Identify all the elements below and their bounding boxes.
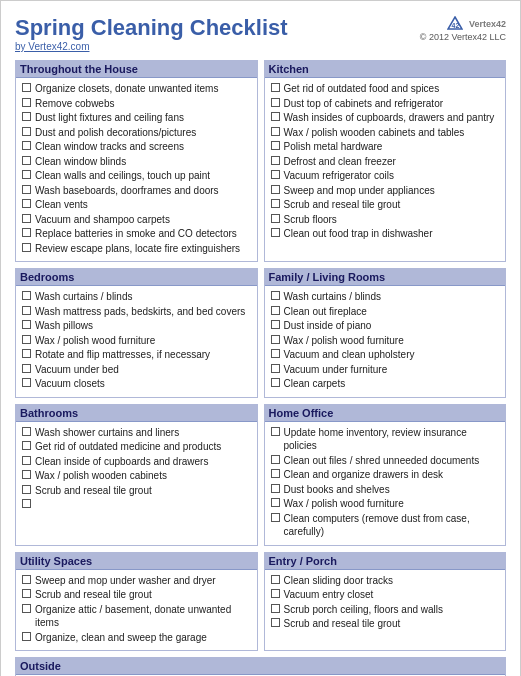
checkbox[interactable] <box>271 320 280 329</box>
checkbox[interactable] <box>22 199 31 208</box>
checkbox[interactable] <box>271 513 280 522</box>
list-item-label: Wax / polish wood furniture <box>284 497 404 511</box>
checkbox[interactable] <box>22 170 31 179</box>
list-item-label: Clean walls and ceilings, touch up paint <box>35 169 210 183</box>
checkbox[interactable] <box>271 170 280 179</box>
checkbox[interactable] <box>271 604 280 613</box>
list-item: Dust inside of piano <box>271 319 500 333</box>
header-right: 42 Vertex42 © 2012 Vertex42 LLC <box>420 15 506 42</box>
list-item-label: Scrub and reseal tile grout <box>35 588 152 602</box>
list-item: Sweep and mop under appliances <box>271 184 500 198</box>
list-item-label: Clean window tracks and screens <box>35 140 184 154</box>
list-item-label: Clean inside of cupboards and drawers <box>35 455 208 469</box>
section-family: Family / Living Rooms Wash curtains / bl… <box>264 268 507 398</box>
checkbox[interactable] <box>271 185 280 194</box>
checkbox[interactable] <box>22 185 31 194</box>
section-bathrooms-header: Bathrooms <box>16 405 257 422</box>
checkbox[interactable] <box>22 83 31 92</box>
checkbox[interactable] <box>271 427 280 436</box>
list-item-label: Vacuum under bed <box>35 363 119 377</box>
list-item: Organize attic / basement, donate unwant… <box>22 603 251 630</box>
list-item-label: Scrub porch ceiling, floors and walls <box>284 603 444 617</box>
list-item: Vacuum and shampoo carpets <box>22 213 251 227</box>
list-item-label: Wash curtains / blinds <box>284 290 381 304</box>
checkbox[interactable] <box>22 156 31 165</box>
checkbox[interactable] <box>271 228 280 237</box>
checkbox[interactable] <box>271 484 280 493</box>
checkbox[interactable] <box>22 320 31 329</box>
checkbox[interactable] <box>22 141 31 150</box>
checkbox[interactable] <box>271 306 280 315</box>
checkbox[interactable] <box>271 214 280 223</box>
checkbox[interactable] <box>22 349 31 358</box>
header-left: Spring Cleaning Checklist by Vertex42.co… <box>15 15 288 52</box>
list-item: Wash pillows <box>22 319 251 333</box>
checkbox[interactable] <box>271 364 280 373</box>
checkbox[interactable] <box>271 156 280 165</box>
checkbox[interactable] <box>271 455 280 464</box>
list-item: Vacuum under furniture <box>271 363 500 377</box>
checkbox[interactable] <box>271 378 280 387</box>
checkbox[interactable] <box>271 127 280 136</box>
checkbox[interactable] <box>22 243 31 252</box>
list-item: Clean window blinds <box>22 155 251 169</box>
list-item: Polish metal hardware <box>271 140 500 154</box>
homeoffice-items: Update home inventory, review insurance … <box>271 426 500 539</box>
checkbox[interactable] <box>22 441 31 450</box>
checkbox[interactable] <box>271 112 280 121</box>
checkbox[interactable] <box>271 575 280 584</box>
list-item-label: Wash curtains / blinds <box>35 290 132 304</box>
checkbox[interactable] <box>271 349 280 358</box>
checkbox[interactable] <box>22 112 31 121</box>
checkbox[interactable] <box>271 141 280 150</box>
list-item: Rotate and flip mattresses, if necessary <box>22 348 251 362</box>
list-item: Defrost and clean freezer <box>271 155 500 169</box>
checkbox[interactable] <box>22 214 31 223</box>
checkbox[interactable] <box>22 364 31 373</box>
section-outside-header: Outside <box>16 658 505 675</box>
list-item-label: Scrub and reseal tile grout <box>35 484 152 498</box>
page-title: Spring Cleaning Checklist <box>15 15 288 41</box>
checkbox[interactable] <box>22 335 31 344</box>
checkbox[interactable] <box>22 456 31 465</box>
list-item-label: Dust light fixtures and ceiling fans <box>35 111 184 125</box>
checkbox[interactable] <box>22 470 31 479</box>
list-item: Replace batteries in smoke and CO detect… <box>22 227 251 241</box>
checkbox[interactable] <box>22 485 31 494</box>
checkbox[interactable] <box>271 618 280 627</box>
list-item-label: Clean sliding door tracks <box>284 574 394 588</box>
list-item-label: Scrub and reseal tile grout <box>284 617 401 631</box>
checkbox[interactable] <box>22 632 31 641</box>
checkbox[interactable] <box>22 575 31 584</box>
checkbox[interactable] <box>271 335 280 344</box>
checkbox[interactable] <box>22 127 31 136</box>
checkbox[interactable] <box>22 499 31 508</box>
checkbox[interactable] <box>22 604 31 613</box>
checkbox[interactable] <box>22 291 31 300</box>
checkbox[interactable] <box>271 98 280 107</box>
checkbox[interactable] <box>22 378 31 387</box>
checkbox[interactable] <box>271 291 280 300</box>
checkbox[interactable] <box>22 427 31 436</box>
checkbox[interactable] <box>22 306 31 315</box>
section-kitchen: Kitchen Get rid of outdated food and spi… <box>264 60 507 262</box>
checkbox[interactable] <box>22 589 31 598</box>
section-outside: Outside Replace broken bricks or stoneCl… <box>15 657 506 676</box>
list-item-label: Dust books and shelves <box>284 483 390 497</box>
logo: 42 Vertex42 <box>420 15 506 32</box>
page: Spring Cleaning Checklist by Vertex42.co… <box>0 0 521 676</box>
checkbox[interactable] <box>271 469 280 478</box>
list-item-label: Organize, clean and sweep the garage <box>35 631 207 645</box>
list-item-label: Wax / polish wood furniture <box>35 334 155 348</box>
list-item: Wax / polish wooden cabinets <box>22 469 251 483</box>
list-item-label: Clean computers (remove dust from case, … <box>284 512 500 539</box>
list-item: Remove cobwebs <box>22 97 251 111</box>
list-item-label: Vacuum entry closet <box>284 588 374 602</box>
checkbox[interactable] <box>22 98 31 107</box>
checkbox[interactable] <box>271 199 280 208</box>
checkbox[interactable] <box>271 83 280 92</box>
checkbox[interactable] <box>22 228 31 237</box>
checkbox[interactable] <box>271 498 280 507</box>
list-item: Wash insides of cupboards, drawers and p… <box>271 111 500 125</box>
checkbox[interactable] <box>271 589 280 598</box>
